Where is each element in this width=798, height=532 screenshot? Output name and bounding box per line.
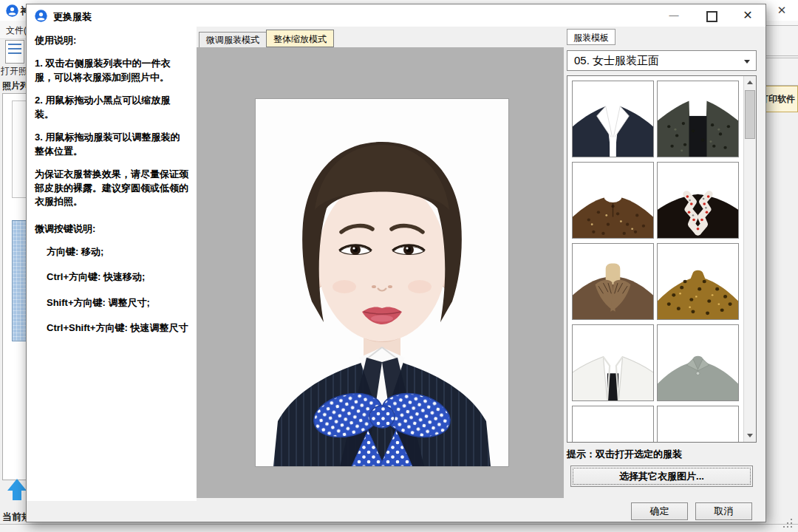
- screen: 神 ✕ 文件( 打开照 照片列 当前规 打印软件 更换服装 — ✕ 使用说明: …: [0, 0, 798, 532]
- clothing-thumbnail[interactable]: [572, 406, 654, 443]
- tab-clothing-templates[interactable]: 服装模板: [567, 29, 615, 45]
- status-text: 当前规: [2, 511, 27, 524]
- ok-button[interactable]: 确定: [631, 502, 688, 520]
- clothing-thumbnail[interactable]: [657, 162, 739, 239]
- clothing-thumbnail[interactable]: [657, 243, 739, 320]
- photo-list-label: 照片列: [2, 80, 26, 92]
- instructions-panel: 使用说明: 1. 双击右侧服装列表中的一件衣服，可以将衣服添加到照片中。 2. …: [27, 27, 197, 501]
- key-hint: Shift+方向键: 调整尺寸;: [47, 296, 189, 310]
- dialog-titlebar[interactable]: [27, 4, 765, 27]
- scrollbar-down-icon[interactable]: [744, 429, 756, 442]
- scrollbar[interactable]: [743, 76, 756, 442]
- tab-fine-tune-mode[interactable]: 微调服装模式: [199, 32, 267, 47]
- app-logo-icon: [6, 4, 18, 16]
- clothing-thumbnail[interactable]: [572, 324, 654, 401]
- background-statusbar: [0, 524, 798, 532]
- change-clothing-dialog: 更换服装 — ✕ 使用说明: 1. 双击右侧服装列表中的一件衣服，可以将衣服添加…: [26, 4, 766, 522]
- instructions-heading: 使用说明:: [35, 34, 189, 47]
- key-hint: 方向键: 移动;: [47, 245, 189, 259]
- instruction-note: 为保证衣服替换效果，请尽量保证颈部皮肤的裸露。建议穿圆领或低领的衣服拍照。: [35, 168, 189, 208]
- close-icon[interactable]: ✕: [733, 6, 763, 25]
- key-hint: Ctrl+方向键: 快速移动;: [47, 270, 189, 284]
- background-close-icon[interactable]: ✕: [768, 1, 795, 19]
- instruction-item: 1. 双击右侧服装列表中的一件衣服，可以将衣服添加到照片中。: [35, 57, 189, 84]
- minimize-icon[interactable]: —: [659, 6, 689, 25]
- scrollbar-up-icon[interactable]: [744, 76, 756, 89]
- template-hint: 提示：双击打开选定的服装: [567, 448, 682, 461]
- dialog-title: 更换服装: [53, 10, 92, 24]
- clothing-thumbnail[interactable]: [657, 81, 739, 157]
- chevron-down-icon: [744, 60, 750, 64]
- instruction-item: 2. 用鼠标拖动小黑点可以缩放服装。: [35, 94, 189, 121]
- window-resize-grip[interactable]: [791, 526, 792, 528]
- scroll-up-arrow-stem[interactable]: [13, 490, 21, 500]
- clothing-thumbnail[interactable]: [572, 243, 654, 320]
- menu-file[interactable]: 文件(: [6, 24, 27, 37]
- tab-overall-zoom-mode[interactable]: 整体缩放模式: [266, 30, 334, 47]
- choose-other-clothes-button[interactable]: 选择其它衣服图片...: [570, 466, 753, 487]
- instruction-item: 3. 用鼠标拖动服装可以调整服装的整体位置。: [35, 131, 189, 158]
- scrollbar-thumb[interactable]: [745, 90, 755, 139]
- dropdown-value: 05. 女士服装正面: [574, 54, 659, 68]
- portrait-photo[interactable]: [256, 99, 508, 466]
- template-category-dropdown[interactable]: 05. 女士服装正面: [567, 50, 757, 71]
- maximize-icon[interactable]: [696, 6, 726, 25]
- clothing-thumbnail[interactable]: [572, 162, 654, 239]
- clothing-template-list: [567, 75, 757, 443]
- cancel-button[interactable]: 取消: [695, 502, 752, 520]
- open-photo-icon[interactable]: [5, 40, 24, 64]
- clothing-grid: [567, 76, 743, 442]
- scroll-up-arrow-icon[interactable]: [7, 479, 27, 491]
- keys-heading: 微调按键说明:: [35, 222, 189, 236]
- dialog-app-icon: [35, 10, 47, 22]
- open-photo-label[interactable]: 打开照: [1, 65, 26, 78]
- clothing-thumbnail[interactable]: [657, 324, 739, 401]
- clothing-thumbnail[interactable]: [657, 406, 739, 443]
- clothing-thumbnail[interactable]: [572, 81, 654, 157]
- key-hint: Ctrl+Shift+方向键: 快速调整尺寸: [47, 321, 189, 335]
